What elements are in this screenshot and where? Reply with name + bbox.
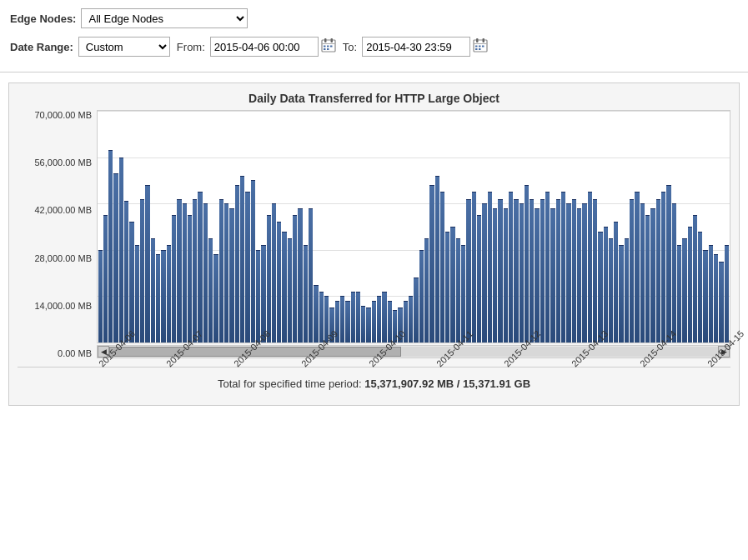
bar	[604, 227, 608, 342]
bar	[235, 185, 239, 342]
chart-container: Daily Data Transferred for HTTP Large Ob…	[8, 82, 740, 406]
bar	[540, 199, 545, 342]
to-calendar-icon[interactable]	[473, 38, 489, 54]
y-axis: 70,000.00 MB56,000.00 MB42,000.00 MB28,0…	[18, 110, 97, 358]
bar	[288, 238, 292, 342]
bar	[514, 199, 518, 342]
bar	[172, 215, 176, 342]
y-axis-label: 42,000.00 MB	[35, 205, 93, 215]
bar	[640, 203, 645, 342]
to-label: To:	[343, 41, 357, 53]
y-axis-label: 0.00 MB	[58, 348, 92, 358]
svg-rect-15	[482, 46, 484, 48]
bar	[167, 245, 171, 342]
bar	[351, 292, 355, 342]
bar	[124, 201, 128, 342]
bar	[183, 203, 187, 342]
bar	[161, 250, 165, 342]
bar	[272, 203, 276, 342]
bar	[682, 238, 686, 342]
bar	[504, 208, 508, 342]
bar	[377, 296, 381, 342]
svg-rect-1	[324, 38, 327, 42]
bar	[588, 192, 592, 342]
bar	[129, 222, 133, 342]
bar	[472, 192, 476, 342]
bar	[482, 203, 486, 342]
bar	[488, 192, 492, 342]
bar	[582, 203, 586, 342]
bar	[566, 203, 570, 342]
bar	[609, 238, 613, 342]
bar	[282, 232, 286, 342]
bar	[456, 238, 460, 342]
svg-rect-8	[327, 48, 329, 50]
bar	[419, 250, 424, 342]
bar	[435, 176, 439, 342]
from-label: From:	[177, 41, 205, 53]
scroll-track[interactable]	[109, 347, 718, 357]
bar	[267, 215, 271, 342]
total-label: Total for specified time period:	[218, 378, 362, 390]
bar	[219, 199, 223, 342]
bar	[666, 185, 670, 342]
bar	[619, 245, 623, 342]
bar	[213, 254, 218, 342]
bar	[229, 208, 233, 342]
bar	[688, 227, 692, 342]
date-range-select[interactable]: Custom Last 7 Days Last 30 Days Last 90 …	[78, 37, 170, 57]
bar	[450, 227, 454, 342]
bar	[156, 254, 160, 342]
edge-nodes-select[interactable]: All Edge Nodes	[81, 8, 248, 28]
bar	[625, 238, 629, 342]
svg-rect-14	[479, 46, 481, 48]
bar	[577, 208, 581, 342]
bar	[372, 301, 376, 342]
bar	[703, 250, 707, 342]
bar	[119, 158, 123, 342]
bar	[714, 254, 718, 342]
bar	[520, 203, 524, 342]
svg-rect-17	[479, 48, 481, 50]
bar	[635, 192, 639, 342]
bar	[498, 199, 502, 342]
to-date-input[interactable]	[362, 37, 470, 57]
bar	[98, 250, 103, 342]
bar	[224, 203, 228, 342]
bar	[140, 199, 144, 342]
bar	[245, 192, 249, 342]
bar	[719, 262, 723, 342]
bar	[525, 185, 529, 342]
bar	[693, 215, 697, 342]
bar	[614, 222, 618, 342]
bar	[319, 292, 324, 342]
chart-title: Daily Data Transferred for HTTP Large Ob…	[18, 92, 730, 105]
bar	[414, 278, 418, 342]
y-axis-label: 56,000.00 MB	[35, 158, 93, 168]
bar	[429, 185, 434, 342]
bar	[193, 199, 197, 342]
bar	[188, 215, 192, 342]
bar	[135, 245, 139, 342]
bar	[361, 306, 365, 342]
bar	[466, 199, 470, 342]
bar	[650, 208, 655, 342]
bar	[661, 192, 665, 342]
bar	[572, 199, 576, 342]
bar	[203, 203, 208, 342]
bar	[314, 285, 318, 343]
svg-rect-10	[476, 38, 479, 42]
svg-rect-13	[475, 46, 478, 48]
total-bar: Total for specified time period: 15,371,…	[18, 367, 730, 397]
bar	[251, 180, 255, 342]
date-range-label: Date Range:	[10, 41, 73, 53]
from-date-input[interactable]	[210, 37, 319, 57]
svg-rect-7	[324, 48, 326, 50]
bar	[103, 215, 108, 342]
bar	[108, 150, 113, 342]
bar-chart	[97, 110, 730, 343]
from-calendar-icon[interactable]	[321, 38, 338, 54]
bar	[509, 192, 513, 342]
bar	[304, 245, 308, 342]
total-value: 15,371,907.92 MB / 15,371.91 GB	[364, 378, 530, 390]
